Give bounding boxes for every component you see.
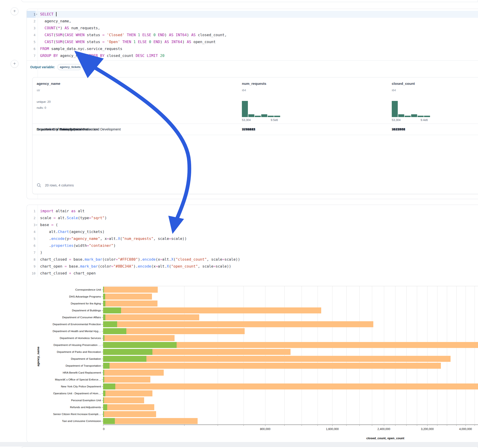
gridline: [332, 286, 333, 424]
y-axis-tick: [102, 421, 103, 421]
open-count-bar[interactable]: [103, 390, 105, 396]
y-axis-label: Department of Consumer Affairs: [27, 316, 101, 319]
fold-chevron-icon[interactable]: ∨: [36, 11, 39, 18]
closed-count-bar[interactable]: [103, 384, 478, 389]
code-line[interactable]: 5 .encode(y="agency_name", x=alt.X("num_…: [27, 235, 478, 242]
code-line[interactable]: 4 CAST(SUM(CASE WHEN status = 'Closed' T…: [27, 31, 478, 38]
column-type: str: [37, 88, 40, 92]
open-count-bar[interactable]: [103, 356, 146, 362]
open-count-bar[interactable]: [103, 363, 110, 369]
code-line[interactable]: 1import altair as alt: [27, 208, 478, 215]
y-axis-label: Department for the Aging: [27, 302, 101, 305]
histogram-bar: [274, 116, 280, 117]
y-axis-label: Taxi and Limousine Commission: [27, 419, 101, 423]
code-line[interactable]: 2scale = alt.Scale(type="sqrt"): [27, 215, 478, 221]
open-count-bar[interactable]: [103, 307, 121, 313]
closed-count-bar[interactable]: [103, 300, 157, 306]
column-name: agency_name: [37, 81, 60, 86]
closed-count-bar[interactable]: [103, 370, 164, 376]
fold-chevron-icon[interactable]: ∨: [36, 221, 39, 228]
code-line[interactable]: 2 agency_name,: [27, 18, 478, 25]
open-count-bar[interactable]: [103, 397, 104, 403]
open-count-bar[interactable]: [103, 335, 104, 341]
column-name: closed_count: [392, 81, 415, 86]
y-axis-tick: [102, 311, 103, 311]
column-type: i64: [392, 88, 396, 92]
table-row[interactable]: Department of Environmental Protection22…: [32, 124, 478, 135]
open-count-bar[interactable]: [103, 314, 105, 320]
code-text: chart_open = base.mark_bar(color="#8BC34…: [40, 263, 478, 270]
result-table: agency_namestrunique: 20nulls: 0num_requ…: [32, 77, 478, 194]
gridline: [475, 286, 475, 424]
closed-count-bar[interactable]: [103, 418, 198, 424]
open-count-bar[interactable]: [103, 300, 105, 306]
closed-count-bar[interactable]: [103, 397, 144, 403]
closed-count-bar[interactable]: [103, 335, 175, 341]
open-count-bar[interactable]: [103, 370, 104, 376]
code-line[interactable]: 10chart_closed + chart_open: [27, 270, 478, 277]
column-type: i64: [242, 88, 246, 92]
code-line[interactable]: 6 .properties(width="container"): [27, 242, 478, 249]
closed-count-bar[interactable]: [103, 363, 441, 369]
code-line[interactable]: 7GROUP BY agency_name ORDER BY closed_co…: [27, 52, 478, 59]
open-count-bar[interactable]: [103, 377, 104, 383]
histogram-bar: [424, 116, 430, 117]
open-count-bar[interactable]: [103, 349, 152, 355]
code-text: COUNT(*) AS num_requests,: [40, 25, 478, 31]
code-text: FROM sample_data.nyc.service_requests: [40, 45, 478, 52]
open-count-bar[interactable]: [103, 294, 105, 300]
line-number: 4: [27, 228, 36, 235]
closed-count-bar[interactable]: [103, 377, 150, 383]
search-icon[interactable]: [37, 183, 41, 188]
python-code-editor[interactable]: 1import altair as alt2scale = alt.Scale(…: [27, 208, 478, 277]
histogram-bar: [398, 114, 404, 117]
line-number: 8: [27, 256, 36, 263]
y-axis-label: Department of Health and Mental Hyg…: [27, 330, 101, 333]
add-cell-button-middle[interactable]: +: [11, 60, 19, 68]
closed-count-bar[interactable]: [103, 314, 199, 320]
add-cell-button-top[interactable]: +: [11, 7, 19, 15]
column-header-agency_name[interactable]: agency_namestrunique: 20nulls: 0: [37, 77, 175, 124]
sql-code-editor[interactable]: 1∨SELECT 2 agency_name,3 COUNT(*) AS num…: [27, 11, 478, 60]
closed-count-bar[interactable]: [103, 411, 156, 417]
code-line[interactable]: 3 COUNT(*) AS num_requests,: [27, 25, 478, 31]
line-number: 5: [27, 38, 36, 45]
open-count-bar[interactable]: [103, 328, 126, 334]
code-line[interactable]: 1∨SELECT: [27, 11, 478, 18]
code-line[interactable]: 8chart_closed = base.mark_bar(color="#FF…: [27, 256, 478, 263]
code-line[interactable]: 6FROM sample_data.nyc.service_requests: [27, 45, 478, 52]
closed-count-bar[interactable]: [103, 390, 152, 396]
column-header-closed_count[interactable]: closed_counti6453,3049.4e6: [392, 77, 478, 124]
open-count-bar[interactable]: [103, 418, 115, 424]
open-count-bar[interactable]: [103, 384, 115, 389]
line-number: 6: [27, 242, 36, 249]
y-axis-tick: [102, 324, 103, 324]
x-axis-title: closed_count, open_count: [366, 436, 404, 440]
code-line[interactable]: 4 alt.Chart(agency_tickets): [27, 228, 478, 235]
code-line[interactable]: 5 CAST(SUM(CASE WHEN status = 'Open' THE…: [27, 38, 478, 45]
closed-count-bar[interactable]: [103, 321, 373, 327]
open-count-bar[interactable]: [103, 342, 177, 348]
code-line[interactable]: 3∨base = (: [27, 221, 478, 228]
open-count-bar[interactable]: [103, 287, 104, 293]
code-text: .encode(y="agency_name", x=alt.X("num_re…: [40, 235, 478, 242]
closed-count-bar[interactable]: [103, 287, 158, 293]
closed-count-bar[interactable]: [103, 404, 154, 410]
line-number: 4: [27, 31, 36, 38]
output-variable-pill[interactable]: agency_tickets: [58, 64, 81, 70]
closed-count-bar[interactable]: [103, 294, 152, 300]
closed-count-bar[interactable]: [103, 356, 451, 362]
code-text: agency_name,: [40, 18, 478, 25]
open-count-bar[interactable]: [103, 404, 107, 410]
y-axis-tick: [102, 317, 103, 317]
closed-count-bar[interactable]: [103, 307, 321, 313]
open-count-bar[interactable]: [103, 411, 104, 417]
code-line[interactable]: 7): [27, 249, 478, 256]
code-line[interactable]: 9chart_open = base.mark_bar(color="#8BC3…: [27, 263, 478, 270]
gridline: [359, 286, 360, 424]
line-number: 2: [27, 215, 36, 221]
line-number: 3: [27, 25, 36, 31]
y-axis-tick: [102, 407, 103, 407]
column-header-num_requests[interactable]: num_requestsi6453,3049.5e6: [242, 77, 380, 124]
open-count-bar[interactable]: [103, 321, 117, 327]
